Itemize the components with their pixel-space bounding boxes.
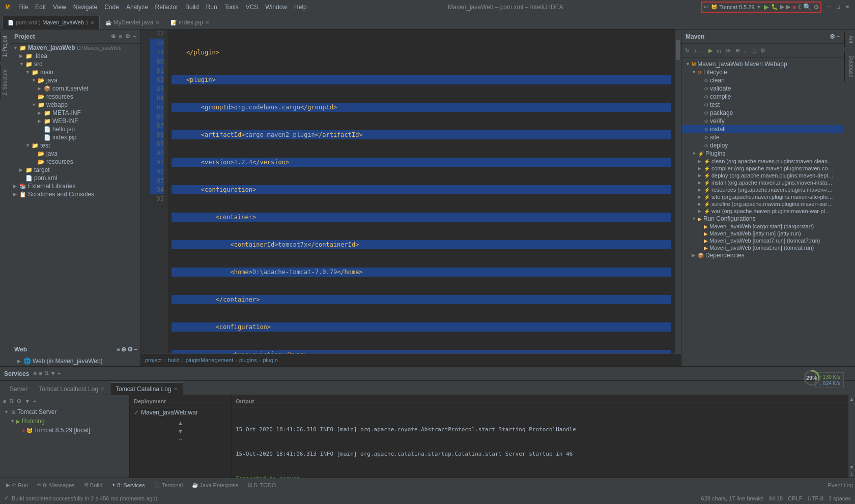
svc-item-tomcat-server[interactable]: ▼ 🖥 Tomcat Server bbox=[0, 407, 129, 417]
output-scroll-bottom[interactable]: ⊥ bbox=[849, 471, 854, 477]
code-content[interactable]: </plugin> <plugin> <groupId>org.codehaus… bbox=[167, 29, 675, 353]
status-crlf[interactable]: CRLF bbox=[788, 495, 803, 501]
right-tab-ant[interactable]: Ant bbox=[844, 32, 856, 47]
editor-scrollbar[interactable] bbox=[675, 29, 681, 353]
minimize-button[interactable]: ─ bbox=[825, 4, 833, 11]
tree-item-testjava[interactable]: 📂 java bbox=[11, 150, 140, 158]
maven-item-site[interactable]: ⚙ site bbox=[681, 133, 844, 141]
left-tab-project[interactable]: 1: Project bbox=[0, 32, 11, 61]
close-button[interactable]: ✕ bbox=[844, 4, 851, 11]
maven-tb-list[interactable]: ≡ bbox=[743, 47, 749, 55]
run-config-label[interactable]: Tomcat 8.5.29 bbox=[719, 4, 754, 10]
tree-item-extlibs[interactable]: ▶ 📚 External Libraries bbox=[11, 182, 140, 190]
maven-item-plugin-compiler[interactable]: ▶ ⚡ compiler (org.apache.maven.plugins:m… bbox=[681, 165, 844, 172]
project-icon-2[interactable]: ≡ bbox=[118, 33, 123, 40]
svc-tb-btn4[interactable]: ▼ bbox=[23, 398, 31, 405]
breadcrumb-item-2[interactable]: build bbox=[168, 357, 180, 363]
bar-tab-services[interactable]: ✦ 8: Services bbox=[107, 481, 149, 489]
tree-item-hellojsp[interactable]: 📄 hello.jsp bbox=[11, 125, 140, 133]
tree-item-scratches[interactable]: ▶ 📋 Scratches and Consoles bbox=[11, 190, 140, 198]
maven-item-root[interactable]: ▼ M Maven_javaWeb Maven Webapp bbox=[681, 60, 844, 68]
maven-item-clean[interactable]: ⚙ clean bbox=[681, 76, 844, 84]
maximize-button[interactable]: □ bbox=[835, 4, 842, 11]
menu-vcs[interactable]: VCS bbox=[243, 3, 262, 12]
maven-item-plugin-site[interactable]: ▶ ⚡ site (org.apache.maven.plugins:maven… bbox=[681, 193, 844, 200]
maven-item-dependencies[interactable]: ▶ 📦 Dependencies bbox=[681, 251, 844, 259]
maven-tb-refresh[interactable]: ↻ bbox=[683, 46, 691, 55]
bar-tab-build[interactable]: ⚒ Build bbox=[80, 481, 106, 489]
svc-icon-filter[interactable]: ▼ bbox=[50, 370, 56, 377]
menu-navigate[interactable]: Navigate bbox=[70, 3, 100, 12]
extra-btn1[interactable]: ⟪ bbox=[798, 4, 801, 10]
tab-index-close[interactable]: ✕ bbox=[205, 20, 209, 25]
menu-window[interactable]: Window bbox=[262, 3, 290, 12]
tree-item-idea[interactable]: ▶ 📁 .idea bbox=[11, 52, 140, 60]
maven-item-lifecycle[interactable]: ▼ ⟳ Lifecycle bbox=[681, 68, 844, 76]
svc-item-running[interactable]: ▼ ▶ Running bbox=[0, 417, 129, 426]
btab-localhost-close[interactable]: ✕ bbox=[100, 386, 104, 392]
svc-icon-3[interactable]: ⇅ bbox=[44, 370, 49, 377]
svc-icon-add[interactable]: + bbox=[58, 370, 61, 377]
btab-localhost-log[interactable]: Tomcat Localhost Log ✕ bbox=[33, 382, 110, 395]
svc-icon-2[interactable]: ⊕ bbox=[38, 370, 43, 377]
maven-item-install[interactable]: ⚙ install bbox=[681, 125, 844, 133]
output-scroll-up[interactable]: ▲ bbox=[849, 396, 854, 402]
tree-item-webapp[interactable]: ▼ 📁 webapp bbox=[11, 101, 140, 109]
menu-analyze[interactable]: Analyze bbox=[123, 3, 151, 12]
settings-button[interactable]: ⚙ bbox=[813, 3, 819, 11]
web-icon-1[interactable]: ≡ bbox=[117, 346, 120, 353]
btab-catalina-log[interactable]: Tomcat Catalina Log ✕ bbox=[110, 382, 183, 395]
maven-item-plugins[interactable]: ▼ ⚡ Plugins bbox=[681, 150, 844, 158]
maven-item-run3[interactable]: ▶ Maven_javaWeb [tomcat7:run] (tomcat7:r… bbox=[681, 237, 844, 244]
event-log-btn[interactable]: Event Log bbox=[828, 482, 853, 488]
bar-tab-run[interactable]: ▶ 4: Run bbox=[2, 481, 32, 489]
output-scroll-down[interactable]: ▼ bbox=[849, 464, 854, 470]
maven-item-compile[interactable]: ⚙ compile bbox=[681, 93, 844, 101]
menu-help[interactable]: Help bbox=[291, 3, 310, 12]
maven-tb-split[interactable]: ◫ bbox=[750, 46, 758, 55]
tree-item-testresources[interactable]: 📂 resources bbox=[11, 158, 140, 166]
maven-item-plugin-deploy[interactable]: ▶ ⚡ deploy (org.apache.maven.plugins:mav… bbox=[681, 172, 844, 179]
menu-tools[interactable]: Tools bbox=[221, 3, 242, 12]
maven-item-plugin-surefire[interactable]: ▶ ⚡ surefire (org.apache.maven.plugins:m… bbox=[681, 200, 844, 207]
deploy-arrow-down[interactable]: ▼ bbox=[178, 428, 184, 435]
maven-item-run2[interactable]: ▶ Maven_javaWeb [jetty:run] (jetty:run) bbox=[681, 230, 844, 237]
maven-item-run4[interactable]: ▶ Maven_javaWeb [tomcat:run] (tomcat:run… bbox=[681, 244, 844, 251]
btab-catalina-close[interactable]: ✕ bbox=[174, 386, 178, 392]
tree-item-src[interactable]: ▼ 📁 src bbox=[11, 60, 140, 68]
tree-item-root[interactable]: ▼ 📁 Maven_javaWeb D:\Maven_javaWeb bbox=[11, 44, 140, 52]
debug-button[interactable]: 🐛 bbox=[771, 4, 778, 10]
menu-file[interactable]: File bbox=[15, 3, 31, 12]
web-settings[interactable]: ⚙ bbox=[127, 346, 133, 353]
tree-item-pomxml[interactable]: 📄 pom.xml bbox=[11, 174, 140, 182]
maven-item-plugin-install[interactable]: ▶ ⚡ install (org.apache.maven.plugins:ma… bbox=[681, 179, 844, 186]
bar-tab-java-enterprise[interactable]: ☕ Java Enterprise bbox=[188, 481, 242, 489]
deploy-arrow-up[interactable]: ▲ bbox=[178, 420, 184, 427]
maven-item-test[interactable]: ⚙ test bbox=[681, 101, 844, 109]
run-with-coverage[interactable]: ▶ bbox=[780, 4, 784, 10]
svc-icon-1[interactable]: ≡ bbox=[33, 370, 36, 377]
maven-item-deploy[interactable]: ⚙ deploy bbox=[681, 141, 844, 150]
bar-tab-messages[interactable]: ✉ 0: Messages bbox=[33, 481, 78, 489]
tab-servlet-close[interactable]: ✕ bbox=[155, 20, 159, 25]
svc-tb-btn3[interactable]: ⊕ bbox=[16, 397, 22, 405]
tree-item-indexjsp[interactable]: 📄 index.jsp bbox=[11, 133, 140, 141]
maven-tb-settings[interactable]: ⚙ bbox=[759, 46, 767, 55]
tree-item-resources[interactable]: 📂 resources bbox=[11, 93, 140, 101]
code-editor[interactable]: 77 78 79 80 81 82 83 84 85 86 87 88 89 9… bbox=[141, 29, 681, 353]
deploy-item-war[interactable]: ✓ Maven_javaWeb:war bbox=[130, 407, 231, 418]
status-charset[interactable]: UTF-8 bbox=[808, 495, 823, 501]
left-tab-structure[interactable]: 2: Structure bbox=[0, 65, 11, 100]
right-tab-database[interactable]: Database bbox=[844, 51, 856, 81]
menu-code[interactable]: Code bbox=[101, 3, 122, 12]
search-button[interactable]: 🔍 bbox=[803, 3, 811, 11]
maven-tb-mm[interactable]: ≫ bbox=[724, 46, 733, 55]
menu-run[interactable]: Run bbox=[203, 3, 220, 12]
web-tree-item[interactable]: ▶ 🌐 Web (in Maven_javaWeb) bbox=[11, 357, 140, 366]
svc-tb-btn-add[interactable]: + bbox=[32, 398, 37, 405]
tree-item-test[interactable]: ▼ 📁 test bbox=[11, 141, 140, 150]
maven-tb-add[interactable]: + bbox=[692, 47, 698, 55]
project-icon-1[interactable]: ⊕ bbox=[110, 33, 117, 40]
run-config-dropdown[interactable]: ▼ bbox=[756, 5, 761, 10]
maven-settings-icon[interactable]: ⚙ bbox=[830, 33, 835, 40]
